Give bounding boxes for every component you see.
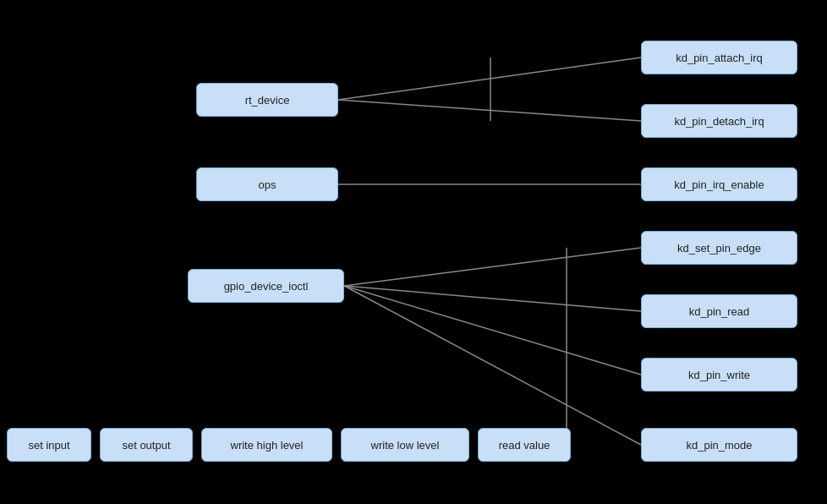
node-kd_pin_irq_enable: kd_pin_irq_enable	[641, 167, 797, 201]
node-label-gpio_device_ioctl: gpio_device_ioctl	[224, 280, 309, 293]
node-kd_pin_write: kd_pin_write	[641, 358, 797, 392]
node-label-kd_pin_detach_irq: kd_pin_detach_irq	[674, 115, 764, 128]
node-set_output: set output	[100, 428, 193, 462]
node-label-write_low_level: write low level	[371, 439, 440, 452]
node-kd_pin_attach_irq: kd_pin_attach_irq	[641, 41, 797, 74]
node-ops: ops	[196, 167, 338, 201]
node-label-kd_pin_read: kd_pin_read	[689, 305, 750, 318]
node-label-kd_pin_irq_enable: kd_pin_irq_enable	[674, 178, 764, 191]
svg-line-6	[344, 286, 641, 445]
svg-line-0	[338, 58, 641, 100]
node-kd_pin_read: kd_pin_read	[641, 294, 797, 328]
node-rt_device: rt_device	[196, 83, 338, 117]
node-label-kd_set_pin_edge: kd_set_pin_edge	[677, 242, 761, 255]
node-kd_pin_detach_irq: kd_pin_detach_irq	[641, 104, 797, 138]
node-label-set_output: set output	[122, 439, 170, 452]
node-label-kd_pin_attach_irq: kd_pin_attach_irq	[676, 52, 763, 64]
svg-line-4	[344, 286, 641, 311]
node-kd_set_pin_edge: kd_set_pin_edge	[641, 231, 797, 265]
node-label-rt_device: rt_device	[245, 94, 290, 107]
node-write_high_level: write high level	[201, 428, 332, 462]
svg-line-3	[344, 248, 641, 286]
node-label-write_high_level: write high level	[231, 439, 304, 452]
node-label-set_input: set input	[28, 439, 69, 452]
node-label-read_value: read value	[499, 439, 550, 452]
node-kd_pin_mode: kd_pin_mode	[641, 428, 797, 462]
node-write_low_level: write low level	[341, 428, 469, 462]
svg-line-1	[338, 100, 641, 121]
node-label-ops: ops	[259, 178, 277, 191]
svg-line-5	[344, 286, 641, 375]
node-label-kd_pin_mode: kd_pin_mode	[686, 439, 752, 452]
node-set_input: set input	[7, 428, 91, 462]
node-label-kd_pin_write: kd_pin_write	[688, 369, 750, 381]
node-read_value: read value	[478, 428, 571, 462]
node-gpio_device_ioctl: gpio_device_ioctl	[188, 269, 344, 303]
